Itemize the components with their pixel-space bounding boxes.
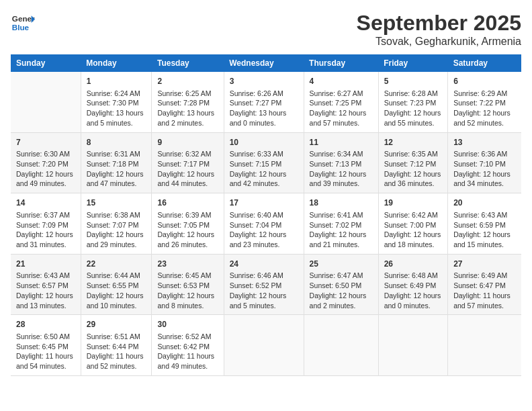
day-number: 9 bbox=[157, 137, 218, 148]
day-number: 13 bbox=[453, 137, 516, 148]
calendar-cell: 25Sunrise: 6:47 AMSunset: 6:50 PMDayligh… bbox=[304, 254, 378, 315]
weekday-header: Thursday bbox=[304, 54, 378, 72]
cell-sun-info: Sunrise: 6:25 AMSunset: 7:28 PMDaylight:… bbox=[157, 89, 218, 128]
cell-sun-info: Sunrise: 6:34 AMSunset: 7:13 PMDaylight:… bbox=[310, 149, 373, 189]
weekday-header: Wednesday bbox=[224, 54, 304, 72]
day-number: 1 bbox=[87, 76, 146, 87]
cell-sun-info: Sunrise: 6:48 AMSunset: 6:49 PMDaylight:… bbox=[384, 271, 443, 310]
calendar-week-row: 14Sunrise: 6:37 AMSunset: 7:09 PMDayligh… bbox=[11, 193, 521, 255]
day-number: 26 bbox=[384, 259, 443, 270]
cell-sun-info: Sunrise: 6:32 AMSunset: 7:17 PMDaylight:… bbox=[157, 149, 218, 189]
day-number: 29 bbox=[87, 319, 146, 330]
calendar-cell: 19Sunrise: 6:42 AMSunset: 7:00 PMDayligh… bbox=[378, 193, 448, 255]
calendar-cell bbox=[448, 315, 521, 376]
cell-sun-info: Sunrise: 6:49 AMSunset: 6:47 PMDaylight:… bbox=[453, 271, 516, 310]
calendar-week-row: 1Sunrise: 6:24 AMSunset: 7:30 PMDaylight… bbox=[11, 72, 521, 132]
cell-sun-info: Sunrise: 6:39 AMSunset: 7:05 PMDaylight:… bbox=[157, 210, 218, 250]
calendar-cell: 29Sunrise: 6:51 AMSunset: 6:44 PMDayligh… bbox=[81, 315, 152, 376]
weekday-header: Monday bbox=[81, 54, 152, 72]
cell-sun-info: Sunrise: 6:33 AMSunset: 7:15 PMDaylight:… bbox=[230, 149, 298, 189]
calendar-cell: 16Sunrise: 6:39 AMSunset: 7:05 PMDayligh… bbox=[152, 193, 224, 255]
cell-sun-info: Sunrise: 6:47 AMSunset: 6:50 PMDaylight:… bbox=[310, 271, 373, 310]
cell-sun-info: Sunrise: 6:29 AMSunset: 7:22 PMDaylight:… bbox=[453, 89, 516, 128]
calendar-cell: 9Sunrise: 6:32 AMSunset: 7:17 PMDaylight… bbox=[152, 132, 224, 193]
cell-sun-info: Sunrise: 6:45 AMSunset: 6:53 PMDaylight:… bbox=[157, 271, 218, 310]
cell-sun-info: Sunrise: 6:43 AMSunset: 6:57 PMDaylight:… bbox=[16, 271, 75, 310]
page-header: General Blue September 2025 Tsovak, Gegh… bbox=[11, 11, 521, 48]
cell-sun-info: Sunrise: 6:28 AMSunset: 7:23 PMDaylight:… bbox=[384, 89, 443, 128]
cell-sun-info: Sunrise: 6:24 AMSunset: 7:30 PMDaylight:… bbox=[87, 89, 146, 128]
day-number: 27 bbox=[453, 259, 516, 270]
day-number: 4 bbox=[310, 76, 373, 87]
calendar-cell: 8Sunrise: 6:31 AMSunset: 7:18 PMDaylight… bbox=[81, 132, 152, 193]
day-number: 21 bbox=[16, 259, 75, 270]
day-number: 24 bbox=[230, 259, 298, 270]
calendar-cell bbox=[304, 315, 378, 376]
calendar-cell: 7Sunrise: 6:30 AMSunset: 7:20 PMDaylight… bbox=[11, 132, 81, 193]
cell-sun-info: Sunrise: 6:35 AMSunset: 7:12 PMDaylight:… bbox=[384, 149, 443, 189]
calendar-cell: 26Sunrise: 6:48 AMSunset: 6:49 PMDayligh… bbox=[378, 254, 448, 315]
day-number: 11 bbox=[310, 137, 373, 148]
cell-sun-info: Sunrise: 6:31 AMSunset: 7:18 PMDaylight:… bbox=[87, 149, 146, 189]
day-number: 6 bbox=[453, 76, 516, 87]
cell-sun-info: Sunrise: 6:30 AMSunset: 7:20 PMDaylight:… bbox=[16, 149, 75, 189]
day-number: 22 bbox=[87, 259, 146, 270]
month-title: September 2025 bbox=[357, 11, 521, 36]
svg-text:Blue: Blue bbox=[12, 23, 30, 32]
calendar-cell: 27Sunrise: 6:49 AMSunset: 6:47 PMDayligh… bbox=[448, 254, 521, 315]
cell-sun-info: Sunrise: 6:44 AMSunset: 6:55 PMDaylight:… bbox=[87, 271, 146, 310]
day-number: 7 bbox=[16, 137, 75, 148]
cell-sun-info: Sunrise: 6:40 AMSunset: 7:04 PMDaylight:… bbox=[230, 210, 298, 250]
day-number: 3 bbox=[230, 76, 298, 87]
calendar-cell: 2Sunrise: 6:25 AMSunset: 7:28 PMDaylight… bbox=[152, 72, 224, 132]
cell-sun-info: Sunrise: 6:50 AMSunset: 6:45 PMDaylight:… bbox=[16, 332, 75, 371]
weekday-header: Tuesday bbox=[152, 54, 224, 72]
calendar-cell bbox=[378, 315, 448, 376]
calendar-week-row: 7Sunrise: 6:30 AMSunset: 7:20 PMDaylight… bbox=[11, 132, 521, 193]
calendar-cell: 18Sunrise: 6:41 AMSunset: 7:02 PMDayligh… bbox=[304, 193, 378, 255]
weekday-header: Friday bbox=[378, 54, 448, 72]
day-number: 14 bbox=[16, 197, 75, 209]
calendar-cell: 10Sunrise: 6:33 AMSunset: 7:15 PMDayligh… bbox=[224, 132, 304, 193]
location-title: Tsovak, Gegharkunik, Armenia bbox=[357, 36, 521, 48]
calendar-cell: 17Sunrise: 6:40 AMSunset: 7:04 PMDayligh… bbox=[224, 193, 304, 255]
day-number: 30 bbox=[157, 319, 218, 330]
calendar-cell: 11Sunrise: 6:34 AMSunset: 7:13 PMDayligh… bbox=[304, 132, 378, 193]
day-number: 28 bbox=[16, 319, 75, 330]
day-number: 2 bbox=[157, 76, 218, 87]
calendar-table: SundayMondayTuesdayWednesdayThursdayFrid… bbox=[11, 54, 521, 376]
cell-sun-info: Sunrise: 6:26 AMSunset: 7:27 PMDaylight:… bbox=[230, 89, 298, 128]
cell-sun-info: Sunrise: 6:38 AMSunset: 7:07 PMDaylight:… bbox=[87, 210, 146, 250]
cell-sun-info: Sunrise: 6:46 AMSunset: 6:52 PMDaylight:… bbox=[230, 271, 298, 310]
calendar-header-row: SundayMondayTuesdayWednesdayThursdayFrid… bbox=[11, 54, 521, 72]
calendar-cell: 21Sunrise: 6:43 AMSunset: 6:57 PMDayligh… bbox=[11, 254, 81, 315]
calendar-week-row: 28Sunrise: 6:50 AMSunset: 6:45 PMDayligh… bbox=[11, 315, 521, 376]
day-number: 5 bbox=[384, 76, 443, 87]
day-number: 16 bbox=[157, 197, 218, 209]
calendar-week-row: 21Sunrise: 6:43 AMSunset: 6:57 PMDayligh… bbox=[11, 254, 521, 315]
cell-sun-info: Sunrise: 6:51 AMSunset: 6:44 PMDaylight:… bbox=[87, 332, 146, 371]
cell-sun-info: Sunrise: 6:27 AMSunset: 7:25 PMDaylight:… bbox=[310, 89, 373, 128]
calendar-cell: 30Sunrise: 6:52 AMSunset: 6:42 PMDayligh… bbox=[152, 315, 224, 376]
cell-sun-info: Sunrise: 6:36 AMSunset: 7:10 PMDaylight:… bbox=[453, 149, 516, 189]
weekday-header: Sunday bbox=[11, 54, 81, 72]
calendar-cell: 15Sunrise: 6:38 AMSunset: 7:07 PMDayligh… bbox=[81, 193, 152, 255]
day-number: 17 bbox=[230, 197, 298, 209]
cell-sun-info: Sunrise: 6:42 AMSunset: 7:00 PMDaylight:… bbox=[384, 210, 443, 250]
cell-sun-info: Sunrise: 6:52 AMSunset: 6:42 PMDaylight:… bbox=[157, 332, 218, 371]
calendar-cell: 28Sunrise: 6:50 AMSunset: 6:45 PMDayligh… bbox=[11, 315, 81, 376]
calendar-cell: 20Sunrise: 6:43 AMSunset: 6:59 PMDayligh… bbox=[448, 193, 521, 255]
day-number: 20 bbox=[453, 197, 516, 209]
cell-sun-info: Sunrise: 6:41 AMSunset: 7:02 PMDaylight:… bbox=[310, 210, 373, 250]
day-number: 10 bbox=[230, 137, 298, 148]
calendar-cell: 13Sunrise: 6:36 AMSunset: 7:10 PMDayligh… bbox=[448, 132, 521, 193]
calendar-cell: 1Sunrise: 6:24 AMSunset: 7:30 PMDaylight… bbox=[81, 72, 152, 132]
logo: General Blue bbox=[11, 11, 35, 35]
day-number: 23 bbox=[157, 259, 218, 270]
cell-sun-info: Sunrise: 6:43 AMSunset: 6:59 PMDaylight:… bbox=[453, 210, 516, 250]
calendar-cell: 5Sunrise: 6:28 AMSunset: 7:23 PMDaylight… bbox=[378, 72, 448, 132]
cell-sun-info: Sunrise: 6:37 AMSunset: 7:09 PMDaylight:… bbox=[16, 210, 75, 250]
day-number: 15 bbox=[87, 197, 146, 209]
day-number: 8 bbox=[87, 137, 146, 148]
calendar-cell: 22Sunrise: 6:44 AMSunset: 6:55 PMDayligh… bbox=[81, 254, 152, 315]
